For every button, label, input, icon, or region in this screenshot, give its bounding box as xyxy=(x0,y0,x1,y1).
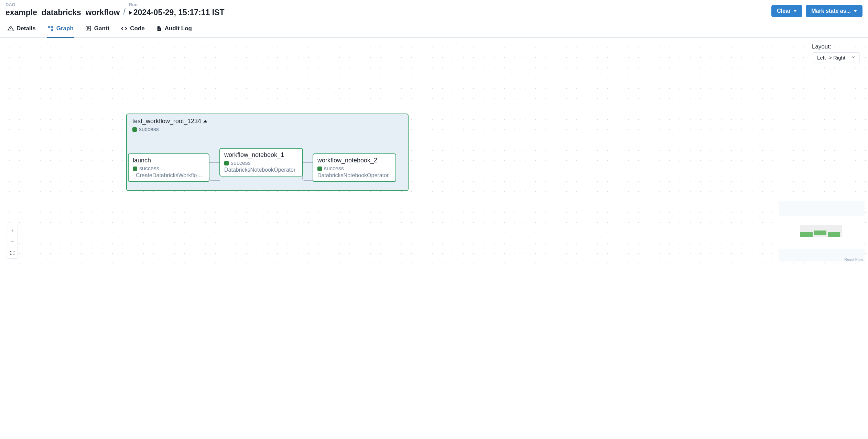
code-icon xyxy=(121,25,127,32)
warning-triangle-icon xyxy=(8,25,14,32)
layout-label: Layout: xyxy=(812,43,831,50)
fit-view-button[interactable] xyxy=(7,247,18,258)
tab-audit-log[interactable]: Audit Log xyxy=(156,20,193,38)
status-success-icon xyxy=(224,161,229,165)
breadcrumb-run-time[interactable]: 2024-05-29, 15:17:11 IST xyxy=(129,8,225,17)
status-success-icon xyxy=(317,167,322,171)
task-node-launch[interactable]: launch success _CreateDatabricksWorkflow… xyxy=(128,153,209,182)
edge xyxy=(209,162,220,181)
mark-state-button[interactable]: Mark state as... xyxy=(806,5,862,17)
edge xyxy=(302,162,313,181)
svg-rect-2 xyxy=(48,26,50,28)
chevron-up-icon xyxy=(203,120,207,122)
minimap-node xyxy=(814,231,826,235)
layout-panel: Layout: Left -> Right xyxy=(812,43,860,63)
svg-point-9 xyxy=(158,29,159,30)
breadcrumb-separator: / xyxy=(123,7,125,17)
layout-select[interactable]: Left -> Right xyxy=(812,52,860,63)
task-group-node[interactable]: test_workflow_root_1234 success launch s… xyxy=(126,114,409,191)
page-header: DAG example_databricks_workflow / Run 20… xyxy=(0,0,868,20)
zoom-out-button[interactable] xyxy=(7,236,18,247)
status-success-icon xyxy=(133,167,137,171)
minimap-node xyxy=(800,232,813,237)
caret-down-icon xyxy=(793,10,797,12)
zoom-controls xyxy=(7,225,18,259)
minimap-node xyxy=(828,232,840,237)
task-node-workflow-notebook-1[interactable]: workflow_notebook_1 success DatabricksNo… xyxy=(219,148,303,176)
task-title: workflow_notebook_1 xyxy=(224,151,298,159)
breadcrumb-dag-name[interactable]: example_databricks_workflow xyxy=(6,8,120,17)
breadcrumb-dag-label: DAG xyxy=(6,2,120,7)
status-success-icon xyxy=(132,127,137,132)
task-group-status: success xyxy=(132,126,402,132)
task-operator: DatabricksNotebookOperator xyxy=(224,167,298,173)
tab-details[interactable]: Details xyxy=(7,20,36,38)
clear-button[interactable]: Clear xyxy=(771,5,802,17)
task-title: workflow_notebook_2 xyxy=(317,157,391,164)
task-group-title[interactable]: test_workflow_root_1234 xyxy=(132,118,402,125)
breadcrumb: DAG example_databricks_workflow / Run 20… xyxy=(6,2,224,17)
graph-icon xyxy=(47,25,54,32)
task-operator: _CreateDatabricksWorkflowOpe... xyxy=(133,172,205,179)
graph-canvas[interactable]: Layout: Left -> Right test_workflow_root… xyxy=(0,38,868,265)
task-status: success xyxy=(224,160,298,166)
svg-rect-4 xyxy=(51,29,53,31)
tab-gantt[interactable]: Gantt xyxy=(85,20,110,38)
header-actions: Clear Mark state as... xyxy=(771,5,862,17)
task-status: success xyxy=(317,165,391,172)
breadcrumb-run-label: Run xyxy=(129,2,225,7)
task-node-workflow-notebook-2[interactable]: workflow_notebook_2 success DatabricksNo… xyxy=(313,153,396,182)
minimap[interactable]: React Flow xyxy=(779,201,865,261)
reactflow-attribution: React Flow xyxy=(844,257,863,261)
tabs: Details Graph Gantt Code Audit Log xyxy=(0,20,868,38)
caret-down-icon xyxy=(854,10,857,12)
task-status: success xyxy=(133,165,205,172)
task-title: launch xyxy=(133,157,205,164)
tab-graph[interactable]: Graph xyxy=(47,20,74,38)
audit-log-icon xyxy=(156,25,162,32)
task-operator: DatabricksNotebookOperator xyxy=(317,172,391,179)
play-icon xyxy=(129,11,132,15)
svg-rect-3 xyxy=(51,26,53,28)
edge xyxy=(209,162,219,163)
gantt-icon xyxy=(85,25,91,32)
zoom-in-button[interactable] xyxy=(7,225,18,236)
tab-code[interactable]: Code xyxy=(120,20,145,38)
